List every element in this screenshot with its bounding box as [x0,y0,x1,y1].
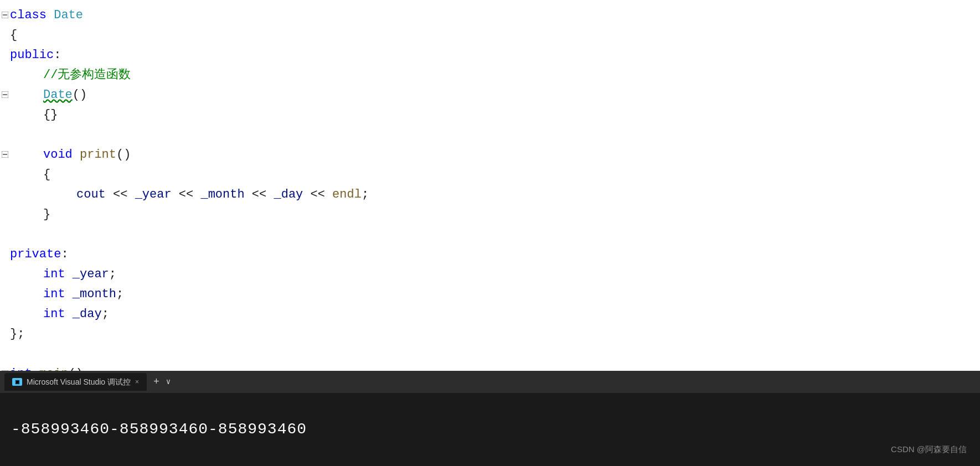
new-tab-button[interactable]: + [149,372,164,392]
code-line: { [0,25,980,45]
code-content: int main() [10,364,980,371]
tab-chevron-button[interactable]: ∨ [166,372,171,392]
code-content: void print() [10,145,980,165]
output-text: -858993460-858993460-858993460 [11,420,307,439]
code-content: class Date [10,6,980,25]
code-line: int main() [0,364,980,371]
code-line: }; [0,324,980,344]
code-content: int _month; [10,284,980,304]
code-line [0,344,980,364]
code-content: //无参构造函数 [10,65,980,85]
code-content: int _year; [10,265,980,284]
code-line: class Date [0,6,980,25]
terminal-tab[interactable]: ▣ Microsoft Visual Studio 调试控 × [4,373,147,391]
tab-label: Microsoft Visual Studio 调试控 [27,372,131,392]
code-content: public: [10,45,980,65]
watermark: CSDN @阿森要自信 [891,439,967,459]
code-line: { [0,165,980,185]
code-content: } [10,205,980,225]
code-line: public: [0,45,980,65]
code-line: Date() [0,85,980,105]
tab-close-button[interactable]: × [135,372,139,392]
terminal-output: -858993460-858993460-858993460 [0,393,980,466]
code-content: {} [10,105,980,125]
code-line: int _month; [0,284,980,304]
code-line: {} [0,105,980,125]
code-line: int _year; [0,265,980,284]
code-content: cout << _year << _month << _day << endl; [10,185,980,205]
fold-icon[interactable] [0,12,10,18]
code-line: void print() [0,145,980,165]
terminal-tabs: ▣ Microsoft Visual Studio 调试控 × + ∨ [0,371,980,393]
code-line: private: [0,245,980,265]
code-content: int _day; [10,304,980,324]
fold-icon[interactable] [0,91,10,98]
fold-icon[interactable] [0,151,10,158]
code-line [0,125,980,145]
code-line: int _day; [0,304,980,324]
code-line [0,225,980,245]
code-line: cout << _year << _month << _day << endl; [0,185,980,205]
code-content: { [10,165,980,185]
code-line: //无参构造函数 [0,65,980,85]
svg-rect-5 [3,154,7,155]
code-line: } [0,205,980,225]
code-editor: class Date{public://无参构造函数Date(){}void p… [0,0,980,371]
code-content: }; [10,324,980,344]
code-content: private: [10,245,980,265]
code-content: { [10,25,980,45]
code-content: Date() [10,85,980,105]
svg-rect-1 [3,14,7,15]
svg-rect-3 [3,94,7,95]
terminal-bar: ▣ Microsoft Visual Studio 调试控 × + ∨ -858… [0,371,980,466]
vs-icon: ▣ [12,378,22,386]
